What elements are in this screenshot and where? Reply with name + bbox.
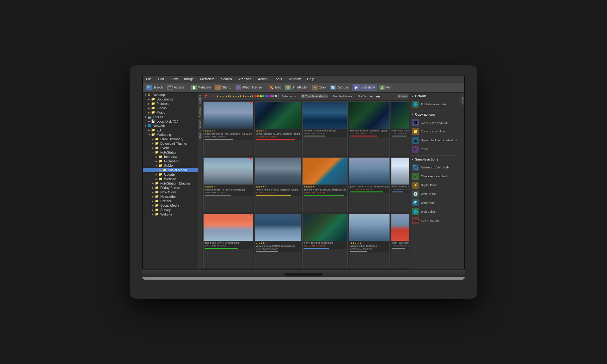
smartcolor-button[interactable]: 🎨 SmartColor (283, 84, 310, 91)
tree-item-pictures[interactable]: ▶ 📁 Pictures (143, 101, 198, 106)
color-filter-pink[interactable] (270, 95, 272, 97)
tree-item-fotostation[interactable]: ▼ 📁 FotoStation (143, 150, 198, 155)
attach-license-button[interactable]: 📎 Attach license (234, 84, 264, 91)
action-watermark[interactable]: 🌊 Watermark (411, 198, 458, 207)
tree-item-event[interactable]: ▶ 📁 Event (143, 146, 198, 150)
thumbnail-item[interactable]: seth-kane-358521-unsplash.jpg 18/07/2018… (391, 214, 409, 268)
tree-item-interview[interactable]: ▶ 📁 Interview (143, 155, 198, 159)
action-digital-flash[interactable]: ⚡ Digital Flash (411, 181, 458, 190)
thumbnail-item[interactable]: ★★★★★ benjamin-davies-599280-unsplash.jp… (302, 157, 347, 212)
reject-button[interactable]: ✕ (211, 94, 216, 98)
tree-item-marketing[interactable]: ▼ 📁 Marketing (143, 132, 198, 137)
stamp-button[interactable]: 🔖 Stamp (213, 84, 233, 91)
sort-dropdown[interactable]: Modified date ▾ (332, 94, 354, 98)
prev-page-button[interactable]: ◀ (369, 94, 374, 98)
tree-item-dam[interactable]: ▶ 📁 DAM Dictionary (143, 137, 198, 141)
thumbnail-item[interactable]: oliver-cole-112209-unsplash.jpg 24/07/20… (391, 157, 409, 212)
menu-image[interactable]: Image (183, 76, 195, 82)
tree-item-some[interactable]: ▼ 📁 SoMe (143, 163, 198, 168)
color-filter-gray[interactable] (272, 95, 274, 97)
tree-item-update[interactable]: ▶ 📁 Update (143, 172, 198, 177)
tree-item-friday[interactable]: ▶ 📁 Friday Forum (143, 185, 198, 190)
menu-view[interactable]: View (169, 76, 179, 82)
thumbnail-item[interactable]: ★★★★★ william-felker-38343.jpg 18/07/201… (349, 214, 390, 268)
edit-button[interactable]: ✏️ Edit (267, 84, 282, 91)
menu-search[interactable]: Search (220, 76, 233, 82)
thumbnail-item[interactable]: 🚩 darolt-dan-89744-unsplash.jpg 24/07/20… (203, 214, 253, 268)
thumbnail-grid-view-btn[interactable]: ⊞ Thumbnail Grid ▾ (301, 94, 328, 98)
thumbnail-item[interactable]: johny-goerend-403554.jpg 18/07/2018 14:0… (302, 214, 347, 268)
print-button[interactable]: 🖨 Print (377, 84, 395, 91)
menu-metadata[interactable]: Metadata (199, 76, 216, 82)
acquire-button[interactable]: 📷 Acquire (165, 84, 187, 91)
tab-preview[interactable]: Preview (198, 119, 202, 130)
thumbnail-item[interactable]: john-o-nolan-675892-unsplash.jpg 17/10/2… (349, 157, 390, 212)
tree-item-download-thanks[interactable]: ▶ 📁 Download Thanks (143, 141, 198, 146)
search-button[interactable]: 🔍 Acquire Search (144, 84, 165, 91)
action-write-cd[interactable]: 💿 Write to CD (411, 190, 458, 198)
color-filter-blue[interactable] (265, 95, 267, 97)
carousel-button[interactable]: 🔄 Carousel (328, 84, 351, 91)
menu-window[interactable]: Window (287, 76, 302, 82)
grid-size-dropdown[interactable]: 5 x 3 ▾ (357, 94, 368, 98)
menu-edit[interactable]: Edit (157, 76, 165, 82)
thumbnail-item[interactable]: ★★★★★ john-o-nolan-646530-unsplash (2).j… (254, 157, 301, 212)
star-filter-4[interactable]: ★★★★ (233, 95, 242, 98)
tree-item-website1[interactable]: ▶ 📁 Website (143, 177, 198, 181)
action-check-text[interactable]: ✓ Check required text (411, 172, 458, 181)
tab-action[interactable]: Action (460, 94, 464, 106)
star-filter-5[interactable]: ★★★★★ (242, 95, 254, 98)
tree-item-website2[interactable]: ▶ 📁 Website (143, 212, 198, 216)
menu-tools[interactable]: Tools (273, 76, 283, 82)
action-tab[interactable]: Action (397, 94, 408, 98)
tree-item-survey[interactable]: ▶ 📁 Survey (143, 208, 198, 212)
action-publish-website[interactable]: 🌐 Publish on website (411, 100, 458, 109)
tree-item-eb[interactable]: ▶ 📁 EB (143, 128, 198, 132)
star-filter-1[interactable]: ★ (217, 95, 219, 98)
color-filter-white[interactable] (275, 95, 277, 97)
color-filter-yellow[interactable] (260, 95, 262, 97)
tree-item-fotostation-blazing[interactable]: ▶ 📁 FotoStation_Blazing (143, 181, 198, 185)
action-copy-any-folder[interactable]: 📁 Copy to any folder (411, 127, 458, 136)
thumbnail-item[interactable]: 🚩 ★★★★★ jonas-wurster-687782-unsplash - … (203, 101, 253, 156)
action-enter[interactable]: ↵ Enter (411, 145, 458, 154)
thumbnail-item[interactable]: rob-bye-362852-unsplash (1).jpg 17/10/20… (349, 101, 390, 156)
action-web-publish[interactable]: 🌐 Web publish (411, 207, 458, 216)
tree-item-new-folder[interactable]: ▶ 📁 New folder (143, 190, 198, 194)
action-add-metadata[interactable]: Aa Add metadata (411, 216, 458, 225)
tree-item-videos[interactable]: ▶ 📁 Videos (143, 106, 198, 110)
action-copy-my-pictures[interactable]: 🖼 Copy to My Pictures (411, 118, 458, 127)
color-filter-orange[interactable] (257, 95, 259, 97)
star-filter-2[interactable]: ★★ (220, 95, 224, 98)
color-filter-red[interactable] (254, 95, 257, 97)
tree-item-social-media-active[interactable]: ▶ 📁 Social Media (143, 168, 198, 172)
menu-archives[interactable]: Archives (237, 76, 253, 82)
tree-item-documents[interactable]: ▶ 📁 Documents (143, 97, 198, 101)
tree-item-newsletter[interactable]: ▶ 📁 Newsletter (143, 194, 198, 199)
star-filter-3[interactable]: ★★★ (225, 95, 232, 98)
tree-item-localdisk[interactable]: ▶ 💾 Local Disk (C:) (143, 119, 198, 124)
metadata-button[interactable]: 📋 Metadata (189, 84, 213, 91)
menu-help[interactable]: Help (306, 76, 316, 82)
tree-item-partner[interactable]: ▶ 📁 Partner (143, 199, 198, 203)
tree-item-music[interactable]: ▶ 📁 Music (143, 110, 198, 115)
menu-file[interactable]: File (145, 76, 153, 82)
thumbnail-item[interactable]: 🚩 ★★★★★ jonas-mendes-717856-unsplash.jpg… (203, 157, 253, 212)
slideshow-button[interactable]: ▶ Slideshow (352, 84, 377, 91)
tab-desktop[interactable]: Desktop (198, 94, 202, 106)
tree-item-promotion[interactable]: ▶ 📁 Promotion (143, 159, 198, 163)
next-page-button[interactable]: ▶▶ (375, 94, 382, 98)
tree-item-thispc[interactable]: ▼ 💻 This PC (143, 115, 198, 119)
tab-shop[interactable]: Shop (198, 131, 202, 140)
tab-archives[interactable]: Archives (198, 106, 202, 118)
tree-item-social-media2[interactable]: ▶ 📁 Social Media (143, 203, 198, 208)
tree-item-desktop[interactable]: ▼ 🖥 Desktop (143, 93, 198, 97)
color-filter-purple[interactable] (267, 95, 269, 97)
action-resize[interactable]: Resize to 1024 pixels (411, 163, 458, 172)
color-filter-green[interactable] (262, 95, 264, 97)
menu-action[interactable]: Action (257, 76, 269, 82)
thumbnail-item[interactable]: rob-bye-362858-unsplash.jpg 17/10/2018 1… (302, 101, 347, 156)
right-panel-toggle[interactable]: Action (397, 94, 408, 98)
thumbnail-item[interactable]: ★★★★★ yuriy-garnaev-395878-unsplash.jpg … (254, 214, 301, 268)
action-upload-photo-contest[interactable]: ☁ Upload to Photo contest on (411, 136, 458, 145)
